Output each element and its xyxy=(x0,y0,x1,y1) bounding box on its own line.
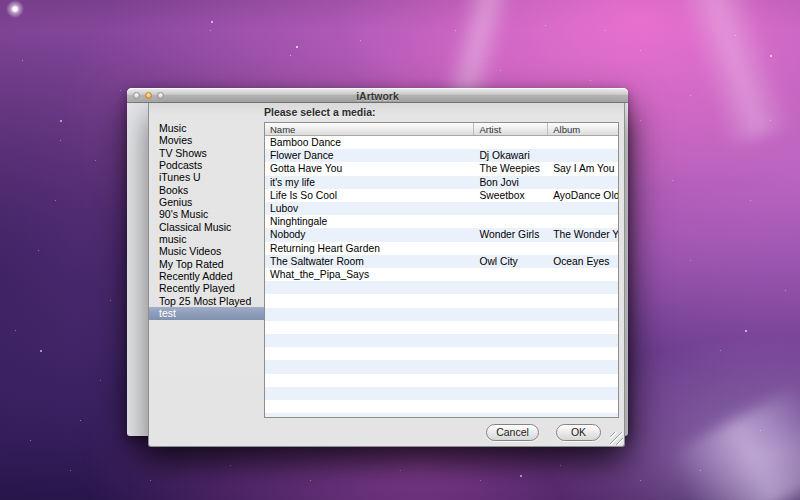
title-bar[interactable]: iArtwork xyxy=(127,88,628,103)
bright-star xyxy=(6,0,24,18)
aurora-beam xyxy=(677,0,793,147)
cell-artist xyxy=(474,215,548,228)
cell-artist: Dj Okawari xyxy=(474,149,548,162)
sidebar-item-movies[interactable]: Movies xyxy=(149,134,264,146)
sidebar-item-music-videos[interactable]: Music Videos xyxy=(149,245,264,257)
cell-album: Ocean Eyes xyxy=(548,255,618,268)
column-header-album[interactable]: Album xyxy=(548,123,618,135)
column-header-name[interactable]: Name xyxy=(265,123,474,135)
sidebar-item-my-top-rated[interactable]: My Top Rated xyxy=(149,258,264,270)
cell-name: Ninghtingale xyxy=(265,215,474,228)
star-field xyxy=(0,0,2,2)
cell-album xyxy=(548,242,618,255)
column-header-artist[interactable]: Artist xyxy=(474,123,548,135)
table-row[interactable]: it's my lifeBon Jovi xyxy=(265,176,618,189)
cell-album xyxy=(548,149,618,162)
table-row[interactable]: What_the_Pipa_Says xyxy=(265,268,618,281)
table-row[interactable]: Flower DanceDj Okawari xyxy=(265,149,618,162)
cell-album xyxy=(548,136,618,149)
cell-name: it's my life xyxy=(265,176,474,189)
cell-name: What_the_Pipa_Says xyxy=(265,268,474,281)
cell-artist: Bon Jovi xyxy=(474,176,548,189)
resize-grip-icon[interactable] xyxy=(610,432,623,445)
table-row[interactable]: NobodyWonder GirlsThe Wonder Y... xyxy=(265,228,618,241)
media-select-dialog: Please select a media: MusicMoviesTV Sho… xyxy=(148,103,625,447)
sidebar-item-books[interactable]: Books xyxy=(149,184,264,196)
cell-album xyxy=(548,176,618,189)
sidebar-item-top-25-most-played[interactable]: Top 25 Most Played xyxy=(149,295,264,307)
cell-artist xyxy=(474,268,548,281)
cell-artist xyxy=(474,202,548,215)
cell-name: Bamboo Dance xyxy=(265,136,474,149)
table-body[interactable]: Bamboo DanceFlower DanceDj OkawariGotta … xyxy=(265,136,618,418)
cell-name: The Saltwater Room xyxy=(265,255,474,268)
table-row[interactable]: Bamboo Dance xyxy=(265,136,618,149)
cell-name: Lubov xyxy=(265,202,474,215)
cell-album xyxy=(548,215,618,228)
sidebar-item-90-s-music[interactable]: 90's Music xyxy=(149,208,264,220)
sidebar-item-classical-music[interactable]: Classical Music xyxy=(149,221,264,233)
sidebar-item-recently-added[interactable]: Recently Added xyxy=(149,270,264,282)
cell-album: AyoDance Old... xyxy=(548,189,618,202)
cell-artist: Wonder Girls xyxy=(474,228,548,241)
cell-artist: Owl City xyxy=(474,255,548,268)
cancel-button[interactable]: Cancel xyxy=(486,424,539,441)
cell-name: Flower Dance xyxy=(265,149,474,162)
table-row[interactable]: Lubov xyxy=(265,202,618,215)
table-row[interactable]: Ninghtingale xyxy=(265,215,618,228)
window-title: iArtwork xyxy=(127,90,628,102)
cell-artist xyxy=(474,136,548,149)
sidebar-item-recently-played[interactable]: Recently Played xyxy=(149,282,264,294)
cell-album: The Wonder Y... xyxy=(548,228,618,241)
playlist-sidebar: MusicMoviesTV ShowsPodcastsiTunes UBooks… xyxy=(149,122,264,422)
table-row[interactable]: The Saltwater RoomOwl CityOcean Eyes xyxy=(265,255,618,268)
sidebar-item-music[interactable]: music xyxy=(149,233,264,245)
cell-artist xyxy=(474,242,548,255)
cell-name: Life Is So Cool xyxy=(265,189,474,202)
cell-name: Nobody xyxy=(265,228,474,241)
sidebar-item-itunes-u[interactable]: iTunes U xyxy=(149,171,264,183)
cell-artist: The Weepies xyxy=(474,162,548,175)
sidebar-item-test[interactable]: test xyxy=(149,307,264,319)
sidebar-item-music[interactable]: Music xyxy=(149,122,264,134)
table-row[interactable]: Returning Heart Garden xyxy=(265,242,618,255)
cell-artist: Sweetbox xyxy=(474,189,548,202)
ok-button[interactable]: OK xyxy=(556,424,601,441)
cell-album xyxy=(548,202,618,215)
media-table: NameArtistAlbum Bamboo DanceFlower Dance… xyxy=(264,122,619,418)
sidebar-item-tv-shows[interactable]: TV Shows xyxy=(149,147,264,159)
desktop-wallpaper: iArtwork Select Media Please select a me… xyxy=(0,0,800,500)
sidebar-item-genius[interactable]: Genius xyxy=(149,196,264,208)
cell-album xyxy=(548,268,618,281)
cell-album: Say I Am You xyxy=(548,162,618,175)
sidebar-item-podcasts[interactable]: Podcasts xyxy=(149,159,264,171)
table-header-row: NameArtistAlbum xyxy=(265,123,618,136)
table-row[interactable]: Life Is So CoolSweetboxAyoDance Old... xyxy=(265,189,618,202)
aurora-beam xyxy=(666,385,800,500)
cell-name: Returning Heart Garden xyxy=(265,242,474,255)
cell-name: Gotta Have You xyxy=(265,162,474,175)
dialog-prompt: Please select a media: xyxy=(264,106,376,118)
table-row[interactable]: Gotta Have YouThe WeepiesSay I Am You xyxy=(265,162,618,175)
